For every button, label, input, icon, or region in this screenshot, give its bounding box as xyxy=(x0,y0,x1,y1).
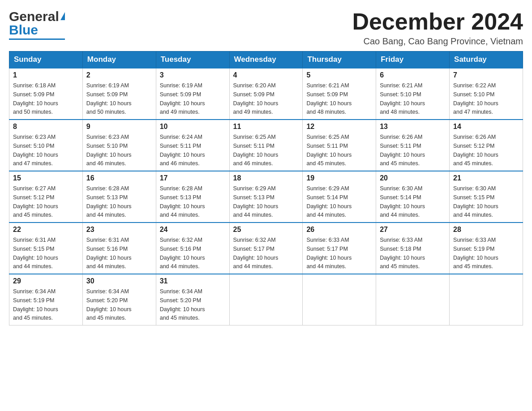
day-number: 15 xyxy=(13,174,79,182)
header-saturday: Saturday xyxy=(450,51,523,68)
day-number: 20 xyxy=(380,174,446,182)
calendar-cell: 1 Sunrise: 6:18 AMSunset: 5:09 PMDayligh… xyxy=(9,68,83,120)
calendar-cell: 27 Sunrise: 6:33 AMSunset: 5:18 PMDaylig… xyxy=(376,223,450,274)
week-row-5: 29 Sunrise: 6:34 AMSunset: 5:19 PMDaylig… xyxy=(9,274,523,325)
day-number: 22 xyxy=(13,226,79,234)
calendar-cell: 24 Sunrise: 6:32 AMSunset: 5:16 PMDaylig… xyxy=(156,223,229,274)
day-info: Sunrise: 6:25 AMSunset: 5:11 PMDaylight:… xyxy=(233,134,279,167)
day-info: Sunrise: 6:33 AMSunset: 5:18 PMDaylight:… xyxy=(380,237,425,270)
header-friday: Friday xyxy=(376,51,450,68)
day-number: 27 xyxy=(380,226,446,234)
day-number: 29 xyxy=(13,277,79,285)
day-number: 13 xyxy=(380,123,446,131)
calendar-title: December 2024 xyxy=(352,9,523,34)
calendar-cell: 22 Sunrise: 6:31 AMSunset: 5:15 PMDaylig… xyxy=(9,223,83,274)
calendar-cell: 28 Sunrise: 6:33 AMSunset: 5:19 PMDaylig… xyxy=(450,223,523,274)
day-info: Sunrise: 6:28 AMSunset: 5:13 PMDaylight:… xyxy=(160,185,205,218)
calendar-cell xyxy=(303,274,376,325)
day-info: Sunrise: 6:21 AMSunset: 5:09 PMDaylight:… xyxy=(306,82,352,115)
calendar-cell: 3 Sunrise: 6:19 AMSunset: 5:09 PMDayligh… xyxy=(156,68,229,120)
calendar-cell: 5 Sunrise: 6:21 AMSunset: 5:09 PMDayligh… xyxy=(303,68,376,120)
day-number: 4 xyxy=(233,71,299,79)
header-wednesday: Wednesday xyxy=(229,51,303,68)
calendar-cell xyxy=(376,274,450,325)
calendar-cell: 25 Sunrise: 6:32 AMSunset: 5:17 PMDaylig… xyxy=(229,223,303,274)
day-info: Sunrise: 6:26 AMSunset: 5:11 PMDaylight:… xyxy=(380,134,425,167)
calendar-cell: 7 Sunrise: 6:22 AMSunset: 5:10 PMDayligh… xyxy=(450,68,523,120)
day-info: Sunrise: 6:24 AMSunset: 5:11 PMDaylight:… xyxy=(160,134,205,167)
week-row-2: 8 Sunrise: 6:23 AMSunset: 5:10 PMDayligh… xyxy=(9,120,523,171)
day-info: Sunrise: 6:30 AMSunset: 5:15 PMDaylight:… xyxy=(453,185,498,218)
day-number: 11 xyxy=(233,123,299,131)
calendar-subtitle: Cao Bang, Cao Bang Province, Vietnam xyxy=(352,36,523,47)
day-number: 1 xyxy=(13,71,79,79)
calendar-cell: 20 Sunrise: 6:30 AMSunset: 5:14 PMDaylig… xyxy=(376,171,450,223)
calendar-cell: 30 Sunrise: 6:34 AMSunset: 5:20 PMDaylig… xyxy=(82,274,156,325)
day-number: 26 xyxy=(306,226,372,234)
day-number: 28 xyxy=(453,226,519,234)
day-info: Sunrise: 6:33 AMSunset: 5:17 PMDaylight:… xyxy=(306,237,352,270)
day-number: 12 xyxy=(306,123,372,131)
day-info: Sunrise: 6:31 AMSunset: 5:15 PMDaylight:… xyxy=(13,237,58,270)
day-number: 10 xyxy=(160,123,226,131)
day-number: 23 xyxy=(86,226,152,234)
header-tuesday: Tuesday xyxy=(156,51,229,68)
day-number: 2 xyxy=(86,71,152,79)
day-info: Sunrise: 6:26 AMSunset: 5:12 PMDaylight:… xyxy=(453,134,498,167)
day-info: Sunrise: 6:34 AMSunset: 5:19 PMDaylight:… xyxy=(13,288,58,321)
day-number: 7 xyxy=(453,71,519,79)
calendar-cell: 14 Sunrise: 6:26 AMSunset: 5:12 PMDaylig… xyxy=(450,120,523,171)
day-info: Sunrise: 6:34 AMSunset: 5:20 PMDaylight:… xyxy=(86,288,132,321)
calendar-header-row: Sunday Monday Tuesday Wednesday Thursday… xyxy=(9,51,523,68)
day-info: Sunrise: 6:27 AMSunset: 5:12 PMDaylight:… xyxy=(13,185,58,218)
day-info: Sunrise: 6:30 AMSunset: 5:14 PMDaylight:… xyxy=(380,185,425,218)
calendar-cell: 12 Sunrise: 6:25 AMSunset: 5:11 PMDaylig… xyxy=(303,120,376,171)
title-block: December 2024 Cao Bang, Cao Bang Provinc… xyxy=(352,9,523,47)
calendar-cell: 4 Sunrise: 6:20 AMSunset: 5:09 PMDayligh… xyxy=(229,68,303,120)
calendar-cell: 13 Sunrise: 6:26 AMSunset: 5:11 PMDaylig… xyxy=(376,120,450,171)
calendar-cell: 31 Sunrise: 6:34 AMSunset: 5:20 PMDaylig… xyxy=(156,274,229,325)
logo: General Blue xyxy=(9,9,65,40)
calendar-cell: 18 Sunrise: 6:29 AMSunset: 5:13 PMDaylig… xyxy=(229,171,303,223)
calendar-cell: 15 Sunrise: 6:27 AMSunset: 5:12 PMDaylig… xyxy=(9,171,83,223)
day-number: 6 xyxy=(380,71,446,79)
day-info: Sunrise: 6:19 AMSunset: 5:09 PMDaylight:… xyxy=(160,82,205,115)
day-info: Sunrise: 6:25 AMSunset: 5:11 PMDaylight:… xyxy=(306,134,352,167)
calendar-cell: 26 Sunrise: 6:33 AMSunset: 5:17 PMDaylig… xyxy=(303,223,376,274)
day-info: Sunrise: 6:18 AMSunset: 5:09 PMDaylight:… xyxy=(13,82,58,115)
header-monday: Monday xyxy=(82,51,156,68)
day-info: Sunrise: 6:20 AMSunset: 5:09 PMDaylight:… xyxy=(233,82,279,115)
header-thursday: Thursday xyxy=(303,51,376,68)
day-number: 31 xyxy=(160,277,226,285)
calendar-cell: 16 Sunrise: 6:28 AMSunset: 5:13 PMDaylig… xyxy=(82,171,156,223)
day-info: Sunrise: 6:32 AMSunset: 5:17 PMDaylight:… xyxy=(233,237,279,270)
day-number: 25 xyxy=(233,226,299,234)
week-row-3: 15 Sunrise: 6:27 AMSunset: 5:12 PMDaylig… xyxy=(9,171,523,223)
calendar-cell: 2 Sunrise: 6:19 AMSunset: 5:09 PMDayligh… xyxy=(82,68,156,120)
calendar-cell: 6 Sunrise: 6:21 AMSunset: 5:10 PMDayligh… xyxy=(376,68,450,120)
day-number: 19 xyxy=(306,174,372,182)
day-info: Sunrise: 6:28 AMSunset: 5:13 PMDaylight:… xyxy=(86,185,132,218)
day-info: Sunrise: 6:34 AMSunset: 5:20 PMDaylight:… xyxy=(160,288,205,321)
day-info: Sunrise: 6:21 AMSunset: 5:10 PMDaylight:… xyxy=(380,82,425,115)
week-row-1: 1 Sunrise: 6:18 AMSunset: 5:09 PMDayligh… xyxy=(9,68,523,120)
calendar-cell xyxy=(450,274,523,325)
logo-general-text: General xyxy=(9,9,59,24)
calendar-cell: 23 Sunrise: 6:31 AMSunset: 5:16 PMDaylig… xyxy=(82,223,156,274)
day-number: 21 xyxy=(453,174,519,182)
day-info: Sunrise: 6:29 AMSunset: 5:14 PMDaylight:… xyxy=(306,185,352,218)
logo-blue-text: Blue xyxy=(9,22,38,38)
logo-underline xyxy=(9,39,65,40)
day-number: 5 xyxy=(306,71,372,79)
calendar-table: Sunday Monday Tuesday Wednesday Thursday… xyxy=(9,51,523,325)
day-number: 9 xyxy=(86,123,152,131)
day-number: 14 xyxy=(453,123,519,131)
day-number: 8 xyxy=(13,123,79,131)
day-info: Sunrise: 6:19 AMSunset: 5:09 PMDaylight:… xyxy=(86,82,132,115)
page-header: General Blue December 2024 Cao Bang, Cao… xyxy=(9,9,523,47)
calendar-cell: 10 Sunrise: 6:24 AMSunset: 5:11 PMDaylig… xyxy=(156,120,229,171)
calendar-cell: 19 Sunrise: 6:29 AMSunset: 5:14 PMDaylig… xyxy=(303,171,376,223)
day-info: Sunrise: 6:22 AMSunset: 5:10 PMDaylight:… xyxy=(453,82,498,115)
day-number: 3 xyxy=(160,71,226,79)
logo-triangle-icon xyxy=(60,12,65,20)
